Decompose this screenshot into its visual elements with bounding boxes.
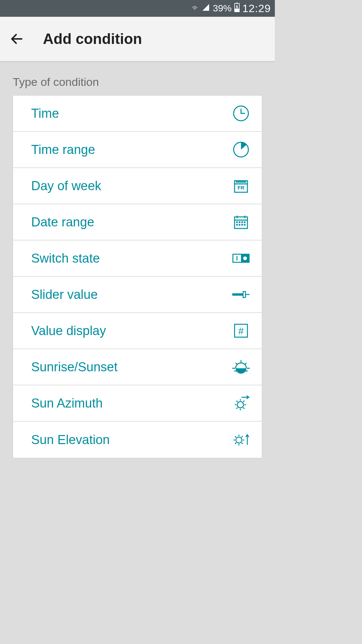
list-item-slider-value[interactable]: Slider value (13, 277, 262, 313)
svg-point-46 (236, 437, 242, 443)
svg-rect-15 (241, 221, 243, 223)
content-area: Type of condition Time Time range Day of… (0, 61, 275, 458)
list-item-sun-elevation[interactable]: Sun Elevation (13, 422, 262, 458)
list-item-switch-state[interactable]: Switch state (13, 240, 262, 277)
list-item-label: Date range (31, 215, 94, 229)
svg-rect-14 (239, 221, 240, 223)
status-bar: 39% 12:29 (0, 0, 275, 17)
page-title: Add condition (43, 31, 142, 47)
condition-list: Time Time range Day of week FR Date rang… (13, 95, 262, 458)
svg-line-41 (236, 401, 238, 402)
sun-azimuth-icon (232, 394, 250, 412)
list-item-label: Slider value (31, 287, 98, 302)
list-item-time[interactable]: Time (13, 96, 262, 132)
battery-icon (234, 3, 240, 14)
status-time: 12:29 (242, 2, 271, 15)
hash-icon: # (232, 322, 250, 339)
list-item-label: Value display (31, 324, 106, 338)
svg-line-53 (235, 443, 236, 444)
calendar-day-icon: FR (232, 177, 250, 195)
svg-rect-16 (244, 221, 246, 223)
list-item-time-range[interactable]: Time range (13, 132, 262, 168)
list-item-day-of-week[interactable]: Day of week FR (13, 168, 262, 204)
list-item-label: Time (31, 106, 59, 121)
svg-rect-18 (239, 224, 240, 226)
svg-line-42 (243, 408, 245, 409)
signal-icon (201, 3, 210, 14)
svg-rect-1 (236, 3, 238, 3)
list-item-date-range[interactable]: Date range (13, 204, 262, 240)
section-label: Type of condition (13, 61, 262, 95)
list-item-label: Time range (31, 143, 95, 157)
list-item-label: Day of week (31, 179, 101, 193)
svg-point-36 (237, 401, 244, 408)
svg-line-44 (243, 401, 245, 402)
arrow-left-icon (9, 32, 24, 46)
svg-line-43 (236, 408, 238, 409)
list-item-sun-azimuth[interactable]: Sun Azimuth (13, 385, 262, 422)
wifi-icon (191, 3, 199, 14)
app-bar: Add condition (0, 17, 275, 61)
svg-rect-7 (236, 181, 246, 183)
clock-icon (232, 105, 250, 122)
switch-icon (232, 250, 250, 267)
svg-rect-13 (236, 221, 238, 223)
svg-rect-27 (243, 291, 245, 298)
svg-text:FR: FR (238, 185, 244, 191)
list-item-label: Sunrise/Sunset (31, 360, 118, 374)
list-item-label: Sun Elevation (31, 433, 110, 447)
svg-line-52 (242, 443, 243, 444)
list-item-value-display[interactable]: Value display # (13, 313, 262, 349)
sunrise-icon (232, 358, 250, 376)
calendar-grid-icon (232, 213, 250, 231)
list-item-label: Sun Azimuth (31, 396, 103, 411)
list-item-label: Switch state (31, 251, 100, 266)
svg-rect-19 (241, 224, 243, 226)
battery-percent: 39% (213, 3, 232, 14)
slider-icon (232, 286, 250, 303)
svg-line-34 (245, 363, 246, 364)
svg-text:#: # (238, 326, 244, 336)
back-button[interactable] (7, 29, 27, 49)
svg-rect-17 (236, 224, 238, 226)
svg-rect-20 (244, 224, 246, 226)
svg-point-23 (243, 256, 247, 260)
svg-rect-2 (235, 8, 239, 12)
sun-elevation-icon (232, 431, 250, 448)
clock-partial-icon (232, 141, 250, 158)
list-item-sunrise-sunset[interactable]: Sunrise/Sunset (13, 349, 262, 385)
svg-line-33 (236, 363, 237, 364)
svg-line-54 (242, 436, 243, 437)
svg-line-51 (235, 436, 236, 437)
